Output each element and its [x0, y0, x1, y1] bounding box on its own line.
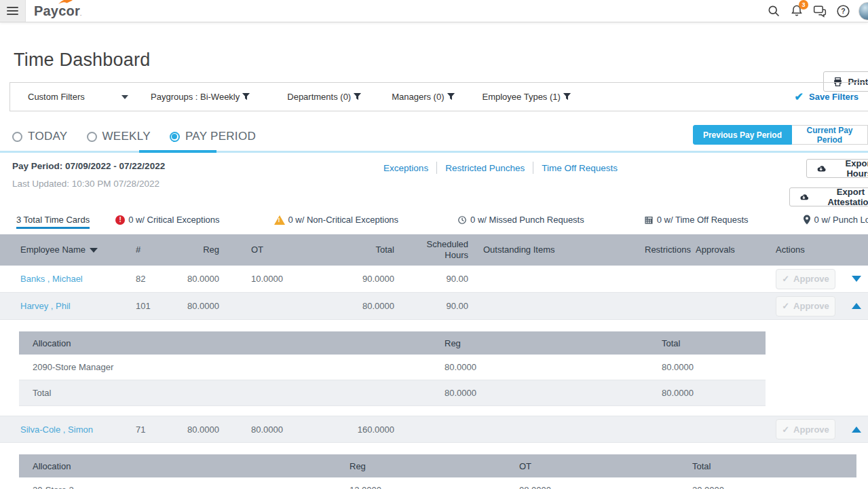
save-filters-button[interactable]: ✔ Save Filters — [795, 90, 858, 103]
messages-icon[interactable] — [812, 3, 827, 18]
allocation-reg: 80.0000 — [431, 362, 648, 372]
tab-punch-location-restriction[interactable]: 0 w/ Punch Location Restriction — [803, 215, 868, 229]
radio-today[interactable]: TODAY — [12, 130, 68, 143]
allocation-column: Allocation — [19, 338, 431, 348]
allocation-row: 2090-Store Manager 80.0000 80.0000 — [19, 355, 766, 380]
check-icon: ✓ — [782, 274, 789, 284]
funnel-icon — [563, 92, 571, 101]
hamburger-icon — [7, 5, 18, 17]
allocation-header: Allocation Reg OT Total — [19, 454, 856, 477]
paycor-logo: Paycor. — [34, 3, 81, 19]
allocation-header: Allocation Reg Total — [19, 331, 766, 355]
allocation-column: OT — [506, 461, 679, 471]
table-header: Employee Name # Reg OT Total Scheduled H… — [0, 234, 868, 266]
location-pin-icon — [803, 215, 811, 225]
svg-text:?: ? — [841, 7, 845, 15]
warning-triangle-icon — [274, 215, 285, 225]
exceptions-link[interactable]: Exceptions — [383, 163, 428, 173]
view-selector: TODAY WEEKLY PAY PERIOD Previous Pay Per… — [0, 126, 868, 147]
employee-name-link[interactable]: Banks , Michael — [20, 274, 83, 284]
allocation-table: Allocation Reg Total 2090-Store Manager … — [19, 331, 766, 406]
restricted-punches-link[interactable]: Restricted Punches — [445, 163, 525, 173]
last-updated: Last Updated: 10:30 PM 07/28/2022 — [12, 179, 868, 189]
employee-name-link[interactable]: Silva-Cole , Simon — [20, 424, 93, 435]
reg-hours: 80.0000 — [174, 424, 227, 435]
approve-button[interactable]: ✓ Approve — [776, 269, 835, 289]
filter-paygroups[interactable]: Paygroups : Bi-Weekly — [151, 92, 250, 102]
export-attestation-button[interactable]: Export Attestation — [789, 187, 868, 206]
notifications-bell-icon[interactable]: 3 — [789, 3, 804, 18]
check-icon: ✓ — [782, 301, 789, 311]
divider — [436, 162, 437, 174]
page-title: Time Dashboard — [14, 50, 854, 71]
ot-hours: 80.0000 — [227, 424, 336, 435]
filter-employee-types[interactable]: Employee Types (1) — [483, 92, 571, 102]
allocation-name: Total — [19, 388, 431, 398]
ot-hours: 10.0000 — [227, 274, 336, 284]
table-row: Banks , Michael 82 80.0000 10.0000 90.00… — [0, 266, 868, 293]
radio-pay-period[interactable]: PAY PERIOD — [170, 130, 256, 143]
current-pay-period-button[interactable]: Current Pay Period — [792, 125, 868, 145]
column-total: Total — [336, 244, 404, 255]
allocation-row: 20-Store 2 12.0000 08.0000 20.0000 — [19, 477, 856, 489]
column-employee-name[interactable]: Employee Name — [0, 244, 134, 255]
check-icon: ✔ — [795, 90, 804, 103]
summary-tabs: 3 Total Time Cards ! 0 w/ Critical Excep… — [0, 211, 868, 229]
column-scheduled-hours: Scheduled Hours — [404, 239, 475, 261]
cloud-download-icon — [798, 192, 810, 202]
column-restrictions: Restrictions — [638, 244, 696, 255]
employee-number: 71 — [134, 424, 174, 435]
previous-pay-period-button[interactable]: Previous Pay Period — [693, 125, 792, 145]
filter-departments[interactable]: Departments (0) — [287, 92, 362, 102]
allocation-column: Total — [648, 338, 766, 348]
allocation-total: 80.0000 — [648, 388, 766, 398]
reg-hours: 80.0000 — [174, 301, 227, 311]
export-hours-button[interactable]: Export Hours — [806, 159, 868, 178]
filter-managers[interactable]: Managers (0) — [392, 92, 455, 102]
hamburger-menu-button[interactable] — [0, 0, 26, 22]
search-icon[interactable] — [766, 3, 781, 18]
allocation-column: Total — [679, 461, 856, 471]
total-hours: 90.0000 — [336, 274, 404, 284]
allocation-reg: 80.0000 — [431, 388, 648, 398]
employee-name-link[interactable]: Harvey , Phil — [20, 301, 71, 311]
allocation-name: 2090-Store Manager — [19, 362, 431, 372]
user-avatar[interactable] — [858, 2, 868, 20]
allocation-total-row: Total 80.0000 80.0000 — [19, 380, 766, 406]
tab-time-off-requests[interactable]: 0 w/ Time Off Requests — [644, 215, 749, 229]
column-outstanding-items: Outstanding Items — [475, 244, 638, 255]
radio-weekly[interactable]: WEEKLY — [87, 130, 151, 143]
funnel-icon — [447, 92, 455, 101]
filter-bar: Custom Filters Paygroups : Bi-Weekly Dep… — [10, 82, 868, 111]
help-icon[interactable]: ? — [835, 3, 850, 18]
custom-filters-dropdown[interactable]: Custom Filters — [28, 92, 128, 102]
scheduled-hours: 90.00 — [404, 274, 475, 284]
time-off-requests-link[interactable]: Time Off Requests — [542, 163, 618, 173]
approve-button[interactable]: ✓ Approve — [776, 419, 835, 439]
tab-non-critical-exceptions[interactable]: 0 w/ Non-Critical Exceptions — [274, 215, 399, 229]
column-actions: Actions — [753, 244, 868, 255]
sort-caret-icon — [90, 248, 98, 253]
radio-today-circle — [12, 132, 22, 142]
column-number: # — [134, 244, 174, 255]
funnel-icon — [242, 92, 250, 101]
tab-critical-exceptions[interactable]: ! 0 w/ Critical Exceptions — [115, 215, 219, 229]
collapse-chevron-up-icon[interactable] — [852, 303, 861, 309]
radio-weekly-circle — [87, 132, 97, 142]
total-hours: 160.0000 — [336, 424, 404, 435]
tab-total-time-cards[interactable]: 3 Total Time Cards — [16, 215, 90, 229]
tab-missed-punch-requests[interactable]: 0 w/ Missed Punch Requests — [457, 215, 584, 229]
funnel-icon — [353, 92, 362, 101]
allocation-column: Reg — [431, 338, 648, 348]
clock-icon — [457, 215, 467, 225]
column-reg: Reg — [174, 244, 227, 255]
critical-exclamation-icon: ! — [115, 215, 125, 225]
table-row: Harvey , Phil 101 80.0000 80.0000 90.00 … — [0, 293, 868, 320]
expand-chevron-down-icon[interactable] — [852, 276, 861, 282]
notification-count-badge: 3 — [799, 0, 808, 10]
divider — [533, 162, 533, 174]
logo-swoosh-icon — [58, 0, 73, 5]
collapse-chevron-up-icon[interactable] — [852, 427, 861, 433]
column-approvals: Approvals — [696, 244, 753, 255]
approve-button[interactable]: ✓ Approve — [776, 296, 835, 316]
